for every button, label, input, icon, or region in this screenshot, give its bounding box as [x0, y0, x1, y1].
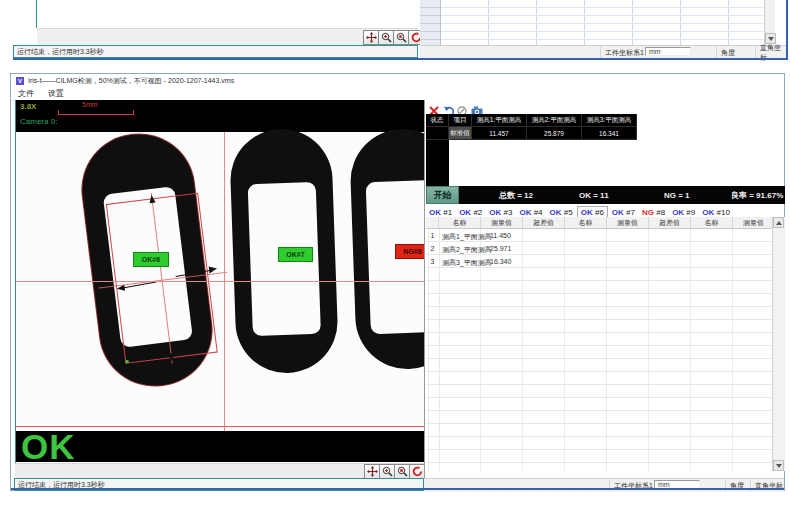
- arrow-up-icon: [776, 221, 782, 225]
- tab-ok-2[interactable]: OK #2: [456, 208, 485, 217]
- screen: 运行结束，运行用时3.3秒秒 工件坐标系1 mm 角度 直角坐标 V Iris-…: [0, 0, 790, 523]
- bg-right-statusbar: 工件坐标系1 mm 角度 直角坐标: [420, 45, 786, 59]
- results-panel: 状态 项目 测高1:平面测高 测高2:平面测高 测高3:平面测高 标准值 11.…: [424, 100, 784, 478]
- tab-ok-10[interactable]: OK #10: [699, 208, 733, 217]
- tab-ok-1[interactable]: OK #1: [426, 208, 455, 217]
- arrow-down-icon: [768, 37, 774, 41]
- zoom-in-button[interactable]: [378, 30, 394, 45]
- menu-bar: 文件 设置: [11, 87, 784, 101]
- stat-ok: OK = 11: [579, 186, 609, 204]
- result-tag-ok7: OK#7: [278, 247, 313, 262]
- standards-header-status: 状态: [426, 114, 449, 127]
- tab-ng-8[interactable]: NG #8: [639, 208, 668, 217]
- crosshair-horizontal: [16, 281, 425, 282]
- measure-table-body[interactable]: 1 测高1_平面测高 11.450 2 测高2_平面测高 25.971 3 测高…: [426, 229, 772, 471]
- camera-name: Camera 0:: [20, 117, 57, 126]
- camera-top-band: 3.8X 5mm Camera 0:: [16, 100, 425, 132]
- camera-result-band: OK: [16, 431, 425, 462]
- coord-system-label: 工件坐标系1: [609, 479, 653, 492]
- stats-bar: 总数 = 12 OK = 11 NG = 1 良率 = 91.67%: [459, 186, 785, 204]
- tab-ok-5[interactable]: OK #5: [547, 208, 576, 217]
- pan-button[interactable]: [363, 30, 379, 45]
- coord-type-label: 直角坐标: [750, 479, 783, 492]
- zoom-in-icon: [382, 466, 393, 477]
- standards-value-3: 16.341: [582, 127, 637, 140]
- col-index: [426, 217, 439, 229]
- start-button[interactable]: 开始: [426, 186, 459, 204]
- result-tabs: OK #1 OK #2 OK #3 OK #4 OK #5 OK #6 OK #…: [426, 204, 784, 217]
- standards-table: 状态 项目 测高1:平面测高 测高2:平面测高 测高3:平面测高 标准值 11.…: [426, 114, 637, 140]
- main-window: V Iris-t——CILMG检测，50%测试，不可视图 - 2020-1207…: [10, 73, 785, 491]
- bg-window-right-border: [786, 0, 788, 60]
- bg-data-table[interactable]: [441, 0, 763, 45]
- tab-ok-7[interactable]: OK #7: [609, 208, 638, 217]
- bg-window-bottom-border: [13, 58, 788, 60]
- tab-ok-3[interactable]: OK #3: [486, 208, 515, 217]
- scroll-up-button[interactable]: [773, 217, 784, 228]
- bg-camera-toolbar: [37, 28, 418, 46]
- bottom-guide-line: [16, 426, 425, 427]
- crosshair-vertical: [224, 132, 225, 462]
- scale-label: 5mm: [82, 101, 98, 108]
- standards-row-label: 标准值: [449, 127, 472, 140]
- stat-ng: NG = 1: [664, 186, 690, 204]
- bg-camera-left-border: [36, 0, 37, 28]
- pan-icon: [366, 32, 377, 43]
- unit-field: mm: [645, 47, 691, 56]
- zoom-area-icon: [396, 32, 407, 43]
- results-toolbar: [426, 101, 784, 114]
- standards-header-item: 项目: [449, 114, 472, 127]
- zoom-in-icon: [381, 32, 392, 43]
- zoom-area-icon: [397, 466, 408, 477]
- title-bar[interactable]: V Iris-t——CILMG检测，50%测试，不可视图 - 2020-1207…: [11, 74, 784, 87]
- pan-button[interactable]: [364, 464, 380, 479]
- zoom-in-button[interactable]: [379, 464, 395, 479]
- standards-header-m1: 测高1:平面测高: [472, 114, 527, 127]
- tab-ok-9[interactable]: OK #9: [669, 208, 698, 217]
- pan-icon: [367, 466, 378, 477]
- bg-table-row-headers: [420, 0, 441, 45]
- standards-header-m2: 测高2:平面测高: [527, 114, 582, 127]
- scale-bar: [58, 110, 134, 115]
- result-tag-ok6: OK#6: [133, 252, 169, 267]
- window-bottom-border: [11, 488, 784, 490]
- rownum-column-divider: [439, 229, 440, 471]
- zoom-area-button[interactable]: [393, 30, 409, 45]
- overall-result-text: OK: [21, 427, 76, 463]
- tab-ok-6[interactable]: OK #6: [577, 206, 608, 217]
- scroll-down-button[interactable]: [773, 460, 784, 471]
- bg-table-scrollbar[interactable]: [764, 0, 775, 45]
- reset-view-icon: [412, 466, 423, 477]
- angle-label: 角度: [725, 479, 744, 492]
- arrow-down-icon: [776, 464, 782, 468]
- menu-file[interactable]: 文件: [11, 88, 41, 99]
- standards-value-2: 25.879: [527, 127, 582, 140]
- stat-total: 总数 = 12: [499, 186, 533, 204]
- zoom-area-button[interactable]: [394, 464, 410, 479]
- result-tag-ng8: NG#8: [395, 244, 425, 259]
- stat-yield: 良率 = 91.67%: [731, 186, 783, 204]
- standards-header-m3: 测高3:平面测高: [582, 114, 637, 127]
- window-title: Iris-t——CILMG检测，50%测试，不可视图 - 2020-1207-1…: [28, 76, 234, 86]
- table-scrollbar[interactable]: [772, 217, 785, 471]
- standards-status-cell: [426, 127, 449, 140]
- standards-value-1: 11.457: [472, 127, 527, 140]
- app-icon: V: [16, 77, 24, 85]
- tab-ok-4[interactable]: OK #4: [516, 208, 545, 217]
- camera-zoom-level: 3.8X: [20, 102, 36, 111]
- bg-status-message: 运行结束，运行用时3.3秒秒: [13, 45, 418, 58]
- camera-viewport[interactable]: 3.8X 5mm Camera 0:: [15, 100, 425, 463]
- bg-status-text: 运行结束，运行用时3.3秒秒: [17, 47, 104, 57]
- reset-view-button[interactable]: [409, 464, 425, 479]
- measure-table-header: 名称 测量值 超差值 名称 测量值 超差值 名称 测量值 超差值: [426, 217, 772, 229]
- stats-bar-wrap: 开始 总数 = 12 OK = 11 NG = 1 良率 = 91.67%: [425, 186, 785, 204]
- menu-settings[interactable]: 设置: [41, 88, 71, 99]
- camera-tools-strip: [15, 463, 424, 479]
